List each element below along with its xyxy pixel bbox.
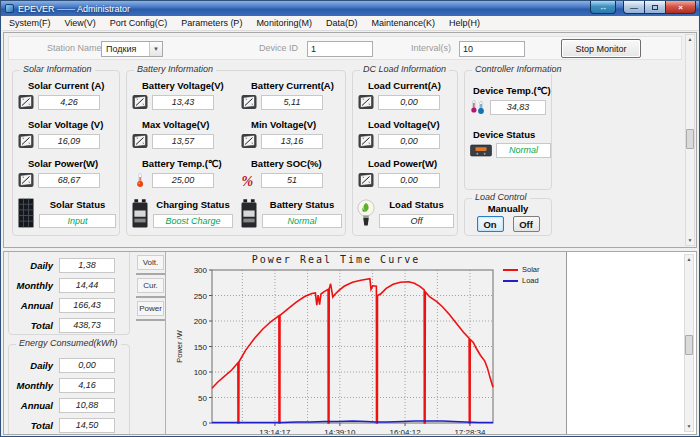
battery-information-title: Battery Information xyxy=(134,64,216,74)
solar-current-value: 4,26 xyxy=(38,95,100,110)
energy-consumed-title: Energy Consumed(kWh) xyxy=(16,338,121,348)
load-on-button[interactable]: On xyxy=(477,216,504,232)
controller-device-icon xyxy=(470,144,492,157)
power-real-time-chart: 05010015020025030013:14:1714:39:1016:04:… xyxy=(172,263,502,435)
dc-load-information-title: DC Load Information xyxy=(360,64,449,74)
solar-legend-label: Solar xyxy=(522,265,540,274)
load-off-button[interactable]: Off xyxy=(513,216,540,232)
svg-text:14:39:10: 14:39:10 xyxy=(324,428,356,435)
close-button[interactable]: × xyxy=(665,1,696,14)
menu-item-data[interactable]: Data(D) xyxy=(319,16,365,31)
consumed-annual-label: Annual xyxy=(9,400,59,411)
svg-text:16:04:12: 16:04:12 xyxy=(389,428,421,435)
load-control-title: Load Control xyxy=(472,192,530,202)
meter-icon xyxy=(358,133,374,149)
charging-status-value: Boost Charge xyxy=(153,214,233,228)
generated-annual-value: 166,43 xyxy=(59,298,115,313)
consumed-monthly-label: Monthly xyxy=(9,380,59,391)
controller-information-title: Controller Information xyxy=(472,64,565,74)
station-name-select[interactable]: Подкия ▼ xyxy=(101,41,163,57)
svg-text:150: 150 xyxy=(194,343,208,352)
generated-monthly-label: Monthly xyxy=(9,280,59,291)
battery-current-value: 5,11 xyxy=(261,95,323,110)
window-title: EPEVER —— Administrator xyxy=(18,4,130,14)
volt-curve-button[interactable]: Volt. xyxy=(137,255,164,270)
generated-total-value: 438,73 xyxy=(59,318,115,333)
solar-information-panel: Solar Information Solar Current (A) 4,26… xyxy=(12,70,120,236)
device-id-input[interactable] xyxy=(307,41,373,57)
chevron-down-icon[interactable]: ▼ xyxy=(149,42,162,56)
load-current-value: 0,00 xyxy=(378,95,440,110)
right-panel-scrollbar[interactable]: ▲ ▼ xyxy=(684,254,694,432)
resize-window-button[interactable]: ↔ xyxy=(590,1,616,14)
stop-monitor-button[interactable]: Stop Monitor xyxy=(561,39,641,58)
solar-voltage-value: 16,09 xyxy=(38,134,100,149)
scroll-up-icon[interactable]: ▲ xyxy=(686,35,694,44)
battery-soc-value: 51 xyxy=(261,173,323,188)
battery-icon xyxy=(239,198,259,228)
right-detail-panel: ▲ ▼ xyxy=(567,252,696,434)
svg-text:100: 100 xyxy=(194,368,208,377)
bulb-icon xyxy=(356,198,376,228)
device-status-value: Normal xyxy=(496,143,551,158)
battery-temp-label: Battery Temp.(℃) xyxy=(142,158,234,169)
energy-consumed-panel: Energy Consumed(kWh) Daily 0,00 Monthly … xyxy=(8,344,130,434)
load-voltage-label: Load Voltage(V) xyxy=(368,119,455,130)
meter-icon xyxy=(18,94,34,110)
maximize-button[interactable] xyxy=(644,1,665,14)
scroll-down-icon[interactable]: ▼ xyxy=(686,236,694,245)
device-temp-label: Device Temp.(℃) xyxy=(473,85,549,96)
meter-icon xyxy=(18,133,34,149)
current-curve-button[interactable]: Cur. xyxy=(137,278,164,293)
load-voltage-value: 0,00 xyxy=(378,134,440,149)
generated-daily-value: 1,38 xyxy=(59,258,115,273)
battery-current-label: Battery Current(A) xyxy=(251,80,343,91)
manually-label: Manually xyxy=(465,203,551,214)
generated-annual-label: Annual xyxy=(9,300,59,311)
chart-panel: Power Real Time Curve 050100150200250300… xyxy=(165,252,567,434)
solar-power-label: Solar Power(W) xyxy=(28,158,117,169)
interval-input[interactable] xyxy=(459,41,525,57)
load-status-label: Load Status xyxy=(379,199,454,210)
station-name-value: Подкия xyxy=(106,44,136,54)
scrollbar-thumb[interactable] xyxy=(685,335,693,355)
consumed-total-value: 14,50 xyxy=(59,418,115,433)
load-power-value: 0,00 xyxy=(378,173,440,188)
controller-information-panel: Controller Information Device Temp.(℃) 3… xyxy=(464,70,552,190)
menu-item-help[interactable]: Help(H) xyxy=(442,16,487,31)
scroll-down-icon[interactable]: ▼ xyxy=(685,422,693,431)
chart-selector: Volt. Cur. Power xyxy=(136,254,165,324)
thermometer-dual-icon xyxy=(470,99,486,115)
toolbar: Station Name Подкия ▼ Device ID Interval… xyxy=(8,36,682,60)
svg-text:0: 0 xyxy=(203,419,208,428)
consumed-total-label: Total xyxy=(9,420,59,431)
interval-label: Interval(s) xyxy=(411,43,451,53)
chart-legend: Solar Load xyxy=(503,265,540,287)
power-curve-button[interactable]: Power xyxy=(137,301,164,316)
consumed-monthly-value: 4,16 xyxy=(59,378,115,393)
device-status-label: Device Status xyxy=(473,129,549,140)
divider xyxy=(136,296,165,298)
menu-item-port-config[interactable]: Port Config(C) xyxy=(103,16,175,31)
consumed-daily-value: 0,00 xyxy=(59,358,115,373)
menu-item-parameters[interactable]: Parameters (P) xyxy=(174,16,249,31)
meter-icon xyxy=(18,172,34,188)
menu-item-maintenance[interactable]: Maintenance(K) xyxy=(364,16,442,31)
solar-legend-swatch xyxy=(503,269,518,271)
menu-item-system[interactable]: System(F) xyxy=(2,16,58,31)
solar-status-value: Input xyxy=(39,214,116,228)
menu-bar: System(F) View(V) Port Config(C) Paramet… xyxy=(2,16,698,31)
menu-item-monitoring[interactable]: Monitoring(M) xyxy=(249,16,319,31)
scrollbar-thumb[interactable] xyxy=(686,129,694,149)
meter-icon xyxy=(358,94,374,110)
minimize-button[interactable]: — xyxy=(623,1,644,14)
menu-item-view[interactable]: View(V) xyxy=(58,16,103,31)
svg-text:Power /W: Power /W xyxy=(175,329,184,362)
top-panel-scrollbar[interactable]: ▲ ▼ xyxy=(685,34,695,246)
title-bar: EPEVER —— Administrator ↔ — × xyxy=(1,1,699,16)
dc-load-information-panel: DC Load Information Load Current(A) 0,00… xyxy=(352,70,458,236)
divider xyxy=(136,273,165,275)
scroll-up-icon[interactable]: ▲ xyxy=(685,255,693,264)
svg-text:17:28:34: 17:28:34 xyxy=(454,428,486,435)
battery-temp-value: 25,00 xyxy=(152,173,214,188)
